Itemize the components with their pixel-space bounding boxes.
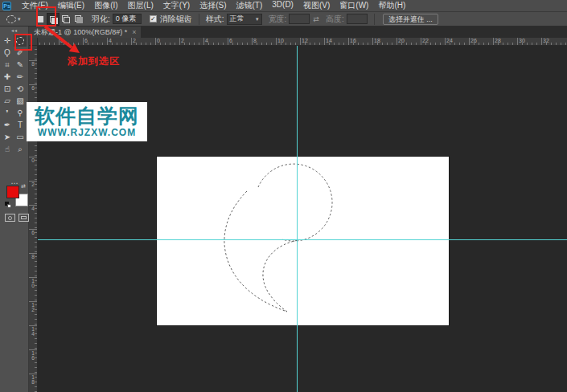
select-and-mask-button[interactable]: 选择并遮住 ... — [383, 14, 438, 25]
menu-item-6[interactable]: 滤镜(T) — [232, 0, 268, 11]
eraser-tool[interactable]: ▱ — [1, 95, 14, 107]
ruler-tick — [483, 43, 484, 45]
horizontal-ruler[interactable]: 864202468101214161820222426283032 — [38, 38, 567, 46]
pen-tool[interactable]: ✒ — [1, 119, 14, 131]
ruler-tick — [218, 43, 219, 45]
watermark-title: 软件自学网 — [35, 105, 139, 127]
ruler-tick — [35, 165, 37, 165]
menu-item-5[interactable]: 选择(S) — [195, 0, 231, 11]
style-dropdown[interactable]: 正常 ▾ — [227, 14, 262, 25]
ruler-tick — [310, 43, 310, 45]
photoshop-window: Ps 文件(F)编辑(E)图像(I)图层(L)文字(Y)选择(S)滤镜(T)3D… — [0, 0, 567, 392]
height-input[interactable] — [347, 14, 368, 24]
ruler-tick — [35, 362, 37, 363]
type-tool[interactable]: T — [14, 119, 27, 131]
intersect-with-selection-button[interactable] — [72, 13, 85, 26]
default-colors-icon[interactable] — [5, 202, 12, 209]
ruler-tick — [44, 43, 45, 45]
menu-item-4[interactable]: 文字(Y) — [158, 0, 195, 11]
ruler-tick — [232, 43, 233, 45]
ruler-tick — [35, 218, 37, 218]
ruler-tick — [35, 251, 37, 252]
ruler-tick — [35, 194, 37, 194]
ruler-tick-major — [421, 38, 421, 45]
vertical-guide[interactable] — [297, 46, 298, 392]
ruler-tick — [88, 43, 88, 45]
ruler-tick — [35, 300, 37, 300]
document-tab[interactable]: 未标题-1 @ 100%(RGB/8#) * × — [29, 27, 141, 38]
menu-item-1[interactable]: 编辑(E) — [53, 0, 89, 11]
menu-item-2[interactable]: 图像(I) — [89, 0, 122, 11]
move-tool[interactable]: ✛ — [1, 35, 14, 47]
menu-item-3[interactable]: 图层(L) — [123, 0, 158, 11]
feather-input[interactable]: 0 像素 — [113, 14, 142, 24]
ruler-number: 4 — [205, 38, 208, 43]
menu-item-8[interactable]: 视图(V) — [298, 0, 335, 11]
close-icon[interactable]: × — [132, 28, 136, 36]
ruler-tick — [35, 314, 37, 315]
toolbar-collapse-button[interactable]: ◂◂ — [0, 27, 29, 33]
vertical-ruler[interactable]: 8642024681012141618 — [29, 46, 38, 392]
horizontal-guide[interactable] — [38, 239, 567, 240]
gradient-tool[interactable]: ▧ — [14, 95, 27, 107]
ruler-number: 28 — [495, 38, 501, 43]
ruler-tick — [170, 43, 171, 45]
subtract-from-selection-button[interactable] — [60, 13, 72, 26]
antialias-checkbox[interactable]: ✓ — [150, 15, 157, 22]
ruler-tick — [35, 266, 37, 267]
ruler-tick — [35, 237, 37, 238]
lasso-tool[interactable]: Ϙ — [1, 47, 14, 59]
ruler-tick-major — [155, 38, 156, 45]
path-selection-tool[interactable]: ➤ — [1, 131, 14, 143]
healing-brush-tool[interactable]: ✚ — [1, 71, 14, 83]
ruler-tick — [35, 150, 37, 151]
eyedropper-tool[interactable]: ✎ — [14, 59, 27, 71]
ruler-number: 24 — [446, 38, 453, 43]
menu-item-10[interactable]: 帮助(H) — [373, 0, 410, 11]
ruler-tick — [213, 43, 214, 45]
quick-mask-button[interactable] — [5, 214, 15, 222]
dodge-tool[interactable]: ⚲ — [14, 107, 27, 119]
ruler-tick — [512, 43, 513, 45]
width-input[interactable] — [289, 14, 310, 24]
foreground-color-swatch[interactable] — [6, 186, 19, 198]
ruler-tick — [35, 145, 37, 146]
hand-tool[interactable]: ☝ — [1, 143, 14, 155]
ruler-number: 2 — [31, 182, 35, 187]
brush-tool[interactable]: ✏ — [14, 71, 27, 83]
ruler-number: 8 — [253, 38, 257, 43]
ruler-tick-major — [252, 38, 253, 45]
menu-item-7[interactable]: 3D(D) — [267, 0, 298, 11]
ruler-tick — [35, 155, 37, 156]
blur-tool[interactable]: ❜ — [1, 107, 14, 119]
ruler-tick — [339, 43, 339, 45]
ruler-tick — [35, 271, 37, 272]
ruler-tick — [382, 43, 383, 45]
ruler-tick — [507, 43, 508, 45]
ruler-tick — [112, 43, 113, 45]
divider — [374, 14, 375, 25]
swap-width-height-icon[interactable]: ⇄ — [313, 15, 319, 23]
ruler-tick — [271, 43, 272, 45]
menu-item-9[interactable]: 窗口(W) — [335, 0, 373, 11]
tool-preset-picker[interactable]: ▾ — [6, 15, 27, 23]
ruler-tick — [459, 43, 460, 45]
swap-colors-icon[interactable]: ⇄ — [21, 183, 26, 190]
ruler-tick — [464, 43, 465, 45]
screen-mode-button[interactable] — [18, 214, 29, 222]
ruler-tick — [35, 367, 37, 368]
clone-stamp-tool[interactable]: ⊡ — [1, 83, 14, 95]
zoom-tool[interactable]: ⌕ — [14, 143, 27, 155]
ruler-number: 30 — [519, 38, 525, 43]
ruler-number: 16 — [31, 351, 35, 361]
rectangle-tool[interactable]: ▭ — [14, 131, 27, 143]
ruler-number: 2 — [181, 38, 184, 43]
crop-tool[interactable]: ⌗ — [1, 59, 14, 71]
document-canvas[interactable] — [157, 157, 449, 325]
history-brush-tool[interactable]: ⟲ — [14, 83, 27, 95]
ruler-tick — [440, 43, 441, 45]
ruler-tick — [35, 372, 37, 373]
ruler-tick — [334, 43, 335, 45]
ruler-tick-major — [131, 38, 132, 45]
ruler-tick — [35, 324, 37, 325]
